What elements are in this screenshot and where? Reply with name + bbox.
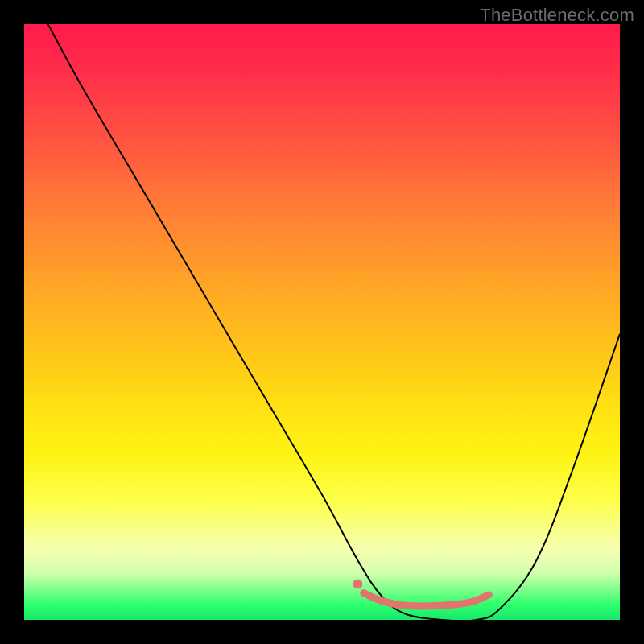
- optimal-range-band: [364, 593, 489, 606]
- watermark-label: TheBottleneck.com: [480, 5, 634, 26]
- current-config-dot: [353, 580, 362, 589]
- plot-area: [24, 24, 620, 620]
- bottleneck-curve: [48, 24, 620, 620]
- chart-svg: [24, 24, 620, 620]
- chart-frame: TheBottleneck.com: [0, 0, 644, 644]
